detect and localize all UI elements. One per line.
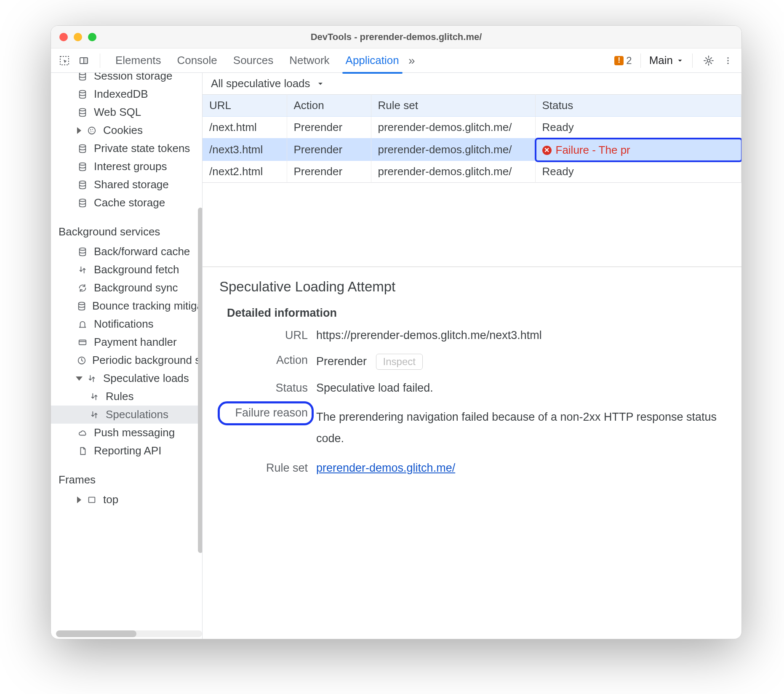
label-url: URL — [224, 329, 308, 342]
sidebar-item-label: Cookies — [103, 124, 143, 137]
updown-icon — [86, 374, 97, 383]
sidebar-item-label: Web SQL — [94, 106, 141, 119]
sidebar-item-label: Shared storage — [94, 178, 169, 191]
db-icon — [77, 180, 88, 190]
device-toolbar-icon[interactable] — [76, 56, 91, 66]
disclosure-triangle-icon[interactable] — [77, 496, 81, 503]
cell-status: Ready — [535, 117, 741, 139]
inspect-button[interactable]: Inspect — [376, 354, 423, 370]
table-row[interactable]: /next.htmlPrerenderprerender-demos.glitc… — [203, 117, 741, 139]
db-icon — [77, 302, 86, 311]
sidebar-item-back-forward-cache[interactable]: Back/forward cache — [51, 243, 202, 261]
value-action: Prerender Inspect — [316, 354, 725, 370]
settings-icon[interactable] — [701, 55, 716, 66]
sidebar-item-label: Back/forward cache — [94, 245, 190, 258]
tab-network[interactable]: Network — [288, 54, 330, 67]
more-tabs-icon[interactable]: » — [404, 54, 419, 67]
disclosure-triangle-icon[interactable] — [77, 127, 81, 134]
window-title: DevTools - prerender-demos.glitch.me/ — [51, 32, 741, 43]
sidebar-item-shared-storage[interactable]: Shared storage — [51, 176, 202, 194]
sidebar-item-reporting-api[interactable]: Reporting API — [51, 442, 202, 460]
app-sidebar: Session storageIndexedDBWeb SQLCookiesPr… — [51, 73, 203, 639]
tab-application[interactable]: Application — [345, 54, 400, 67]
sidebar-item-label: Speculative loads — [103, 372, 189, 385]
issues-badge[interactable]: ! 2 — [614, 55, 632, 67]
devtools-toolbar: ElementsConsoleSourcesNetworkApplication… — [51, 48, 741, 73]
sidebar-item-speculations[interactable]: Speculations — [51, 406, 202, 424]
sidebar-item-background-fetch[interactable]: Background fetch — [51, 261, 202, 279]
window-controls[interactable] — [59, 33, 96, 41]
target-selector[interactable]: Main — [649, 54, 684, 67]
sidebar-horizontal-scrollbar[interactable] — [56, 630, 202, 637]
chevron-down-icon — [676, 57, 684, 64]
db-icon — [77, 162, 88, 171]
sidebar-item-payment-handler[interactable]: Payment handler — [51, 333, 202, 351]
maximize-icon[interactable] — [88, 33, 96, 41]
sidebar-item-label: Rules — [106, 390, 133, 403]
sidebar-heading-bg: Background services — [51, 221, 202, 243]
table-row[interactable]: /next2.htmlPrerenderprerender-demos.glit… — [203, 161, 741, 183]
sidebar-item-cookies[interactable]: Cookies — [51, 121, 202, 139]
tab-elements[interactable]: Elements — [115, 54, 162, 67]
sidebar-item-rules[interactable]: Rules — [51, 387, 202, 406]
sidebar-item-push-messaging[interactable]: Push messaging — [51, 424, 202, 442]
sidebar-vertical-scrollbar[interactable] — [198, 208, 203, 553]
sidebar-item-bounce-tracking-mitigation[interactable]: Bounce tracking mitigation — [51, 297, 202, 315]
db-icon — [77, 90, 88, 99]
table-row[interactable]: /next3.htmlPrerenderprerender-demos.glit… — [203, 138, 741, 161]
clock-icon — [77, 356, 86, 365]
sidebar-item-session-storage[interactable]: Session storage — [51, 73, 202, 85]
filter-bar[interactable]: All speculative loads — [203, 73, 741, 94]
more-menu-icon[interactable] — [720, 56, 736, 65]
value-url: https://prerender-demos.glitch.me/next3.… — [316, 329, 725, 342]
sidebar-item-top[interactable]: top — [51, 491, 202, 509]
sidebar-item-background-sync[interactable]: Background sync — [51, 279, 202, 297]
sidebar-item-speculative-loads[interactable]: Speculative loads — [51, 369, 202, 387]
sync-icon — [77, 283, 88, 293]
sidebar-item-cache-storage[interactable]: Cache storage — [51, 194, 202, 212]
title-bar: DevTools - prerender-demos.glitch.me/ — [51, 26, 741, 48]
sidebar-item-label: Reporting API — [94, 444, 161, 457]
sidebar-item-indexeddb[interactable]: IndexedDB — [51, 85, 202, 103]
cell-url: /next2.html — [203, 161, 287, 183]
col-url[interactable]: URL — [203, 95, 287, 117]
sidebar-item-periodic-background-sync[interactable]: Periodic background sync — [51, 351, 202, 369]
sidebar-item-label: Periodic background sync — [92, 354, 203, 367]
sidebar-item-label: IndexedDB — [94, 88, 148, 101]
cell-url: /next3.html — [203, 138, 287, 161]
tab-sources[interactable]: Sources — [232, 54, 274, 67]
tab-console[interactable]: Console — [176, 54, 218, 67]
sidebar-item-private-state-tokens[interactable]: Private state tokens — [51, 139, 202, 157]
sidebar-item-label: Bounce tracking mitigation — [92, 299, 203, 312]
updown-icon — [89, 392, 100, 401]
db-icon — [77, 198, 88, 208]
details-subheading: Detailed information — [227, 307, 725, 320]
cloud-icon — [77, 428, 88, 438]
sidebar-item-web-sql[interactable]: Web SQL — [51, 103, 202, 121]
cell-url: /next.html — [203, 117, 287, 139]
inspect-element-icon[interactable] — [57, 56, 72, 66]
sidebar-item-notifications[interactable]: Notifications — [51, 315, 202, 333]
db-icon — [77, 73, 88, 81]
speculations-table: URLActionRule setStatus /next.htmlPreren… — [203, 94, 741, 183]
label-status: Status — [224, 382, 308, 395]
disclosure-triangle-icon[interactable] — [76, 376, 83, 381]
main-panel: All speculative loads URLActionRule setS… — [203, 73, 741, 639]
frame-icon — [86, 495, 97, 504]
col-rule-set[interactable]: Rule set — [371, 95, 535, 117]
sidebar-item-label: top — [103, 493, 118, 506]
close-icon[interactable] — [59, 33, 68, 41]
cell-action: Prerender — [287, 138, 371, 161]
db-icon — [77, 144, 88, 153]
cookie-icon — [86, 126, 97, 135]
minimize-icon[interactable] — [74, 33, 82, 41]
col-action[interactable]: Action — [287, 95, 371, 117]
card-icon — [77, 338, 88, 347]
sidebar-item-interest-groups[interactable]: Interest groups — [51, 157, 202, 176]
sidebar-item-label: Background fetch — [94, 263, 179, 276]
ruleset-link[interactable]: prerender-demos.glitch.me/ — [316, 462, 455, 474]
col-status[interactable]: Status — [535, 95, 741, 117]
sidebar-item-label: Background sync — [94, 281, 178, 294]
devtools-window: DevTools - prerender-demos.glitch.me/ El… — [51, 25, 742, 639]
value-status: Speculative load failed. — [316, 382, 725, 395]
